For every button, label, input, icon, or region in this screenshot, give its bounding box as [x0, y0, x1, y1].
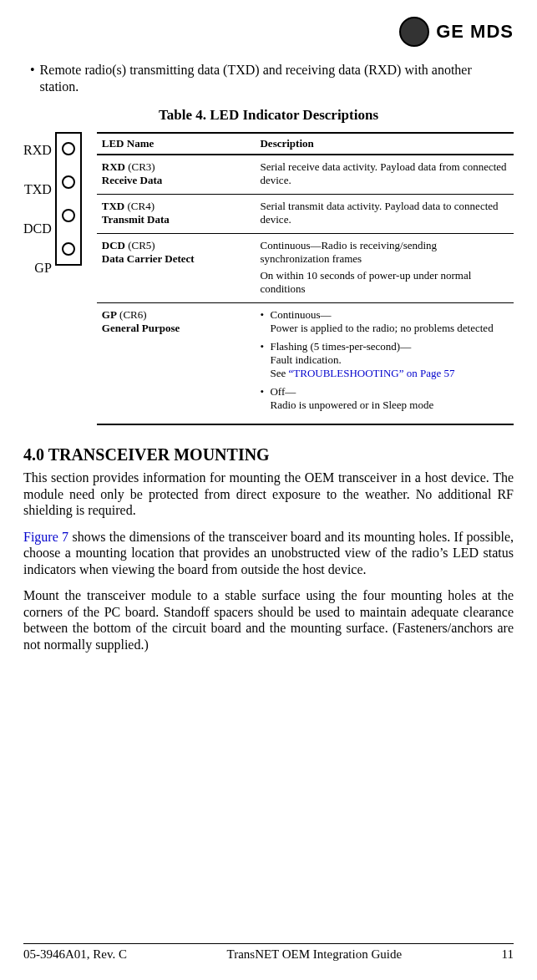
table-row: TXD (CR4) Transmit Data Serial transmit …: [97, 195, 514, 234]
th-description: Description: [255, 133, 514, 155]
cell-desc: Continuous—Radio is receiving/sending sy…: [255, 234, 514, 303]
page-footer: 05-3946A01, Rev. C TransNET OEM Integrat…: [23, 943, 514, 962]
body-paragraph: This section provides information for mo…: [23, 470, 514, 519]
footer-page-number: 11: [502, 947, 514, 962]
led-diagram-labels: RXD TXD DCD GP: [23, 132, 55, 276]
list-item: Flashing (5 times-per-second)— Fault ind…: [260, 340, 509, 380]
bullet-icon: •: [30, 62, 35, 95]
table-row: RXD (CR3) Receive Data Serial receive da…: [97, 155, 514, 195]
th-led-name: LED Name: [97, 133, 256, 155]
led-icon: [62, 209, 75, 222]
body-paragraph: Figure 7 shows the dimensions of the tra…: [23, 529, 514, 578]
cell-desc: Continuous— Power is applied to the radi…: [255, 303, 514, 425]
led-panel: [55, 132, 82, 266]
led-icon: [62, 142, 75, 155]
cell-led-name: GP (CR6) General Purpose: [97, 303, 256, 425]
led-table: LED Name Description RXD (CR3) Receive D…: [97, 132, 514, 425]
table-caption: Table 4. LED Indicator Descriptions: [23, 107, 514, 124]
table-row: GP (CR6) General Purpose Continuous— Pow…: [97, 303, 514, 425]
ge-badge-icon: [399, 17, 429, 47]
cell-led-name: TXD (CR4) Transmit Data: [97, 195, 256, 234]
figure-7-link[interactable]: Figure 7: [23, 530, 68, 544]
table-row: DCD (CR5) Data Carrier Detect Continuous…: [97, 234, 514, 303]
list-item: Continuous— Power is applied to the radi…: [260, 308, 509, 335]
brand-text: GE MDS: [436, 21, 514, 43]
cell-led-name: DCD (CR5) Data Carrier Detect: [97, 234, 256, 303]
list-item: Off— Radio is unpowered or in Sleep mode: [260, 385, 509, 412]
led-label-txd: TXD: [23, 182, 52, 197]
cell-led-name: RXD (CR3) Receive Data: [97, 155, 256, 195]
footer-doc-id: 05-3946A01, Rev. C: [23, 947, 127, 962]
led-label-dcd: DCD: [23, 221, 52, 236]
section-heading: 4.0 TRANSCEIVER MOUNTING: [23, 445, 514, 465]
troubleshooting-link[interactable]: “TROUBLESHOOTING” on Page 57: [289, 367, 455, 379]
led-diagram: [55, 132, 82, 266]
footer-title: TransNET OEM Integration Guide: [227, 947, 403, 962]
led-icon: [62, 175, 75, 189]
intro-bullet: • Remote radio(s) transmitting data (TXD…: [30, 62, 514, 95]
led-icon: [62, 242, 75, 256]
led-label-gp: GP: [23, 261, 52, 276]
led-label-rxd: RXD: [23, 143, 52, 158]
brand-logo: GE MDS: [23, 17, 514, 47]
cell-desc: Serial receive data activity. Payload da…: [255, 155, 514, 195]
body-paragraph: Mount the transceiver module to a stable…: [23, 587, 514, 652]
cell-desc: Serial transmit data activity. Payload d…: [255, 195, 514, 234]
bullet-text: Remote radio(s) transmitting data (TXD) …: [40, 62, 514, 95]
